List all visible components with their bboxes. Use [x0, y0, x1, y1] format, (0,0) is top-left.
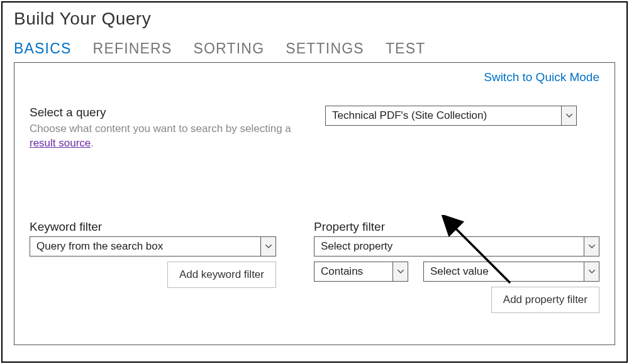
property-filter-label: Property filter: [314, 220, 599, 234]
select-query-row: Select a query Choose what content you w…: [30, 106, 599, 151]
property-select-value: Select property: [314, 237, 584, 256]
chevron-down-icon: [561, 106, 576, 125]
operator-dropdown[interactable]: Contains: [314, 262, 408, 282]
tab-sorting[interactable]: SORTING: [193, 40, 264, 57]
select-query-help-text: Choose what content you want to search b…: [30, 123, 291, 135]
add-keyword-filter-button[interactable]: Add keyword filter: [167, 262, 276, 288]
tab-refiners[interactable]: REFINERS: [93, 40, 172, 57]
add-property-filter-button[interactable]: Add property filter: [491, 287, 599, 313]
chevron-down-icon: [584, 262, 599, 281]
value-value: Select value: [424, 262, 584, 281]
chevron-down-icon: [392, 262, 408, 281]
select-query-help: Choose what content you want to search b…: [30, 122, 300, 151]
chevron-down-icon: [584, 237, 599, 256]
operator-value: Contains: [314, 262, 392, 281]
dialog-title: Build Your Query: [14, 9, 615, 29]
tab-test[interactable]: TEST: [386, 40, 426, 57]
tab-basics[interactable]: BASICS: [14, 40, 72, 57]
value-dropdown[interactable]: Select value: [423, 262, 599, 282]
tab-settings[interactable]: SETTINGS: [286, 40, 364, 57]
keyword-filter-value: Query from the search box: [30, 237, 260, 256]
chevron-down-icon: [260, 237, 276, 256]
tab-strip: BASICS REFINERS SORTING SETTINGS TEST: [14, 40, 615, 57]
property-select-dropdown[interactable]: Select property: [314, 236, 599, 256]
result-source-link[interactable]: result source: [30, 137, 91, 149]
select-query-value: Technical PDF's (Site Collection): [326, 106, 561, 125]
build-query-dialog: Build Your Query BASICS REFINERS SORTING…: [1, 1, 628, 363]
keyword-filter-label: Keyword filter: [30, 220, 276, 234]
keyword-filter-dropdown[interactable]: Query from the search box: [30, 236, 276, 256]
select-query-label: Select a query: [30, 106, 300, 119]
switch-mode-link[interactable]: Switch to Quick Mode: [30, 70, 599, 84]
select-query-dropdown[interactable]: Technical PDF's (Site Collection): [325, 106, 577, 126]
select-query-help-suffix: .: [91, 137, 94, 149]
basics-panel: Switch to Quick Mode Select a query Choo…: [14, 62, 615, 345]
